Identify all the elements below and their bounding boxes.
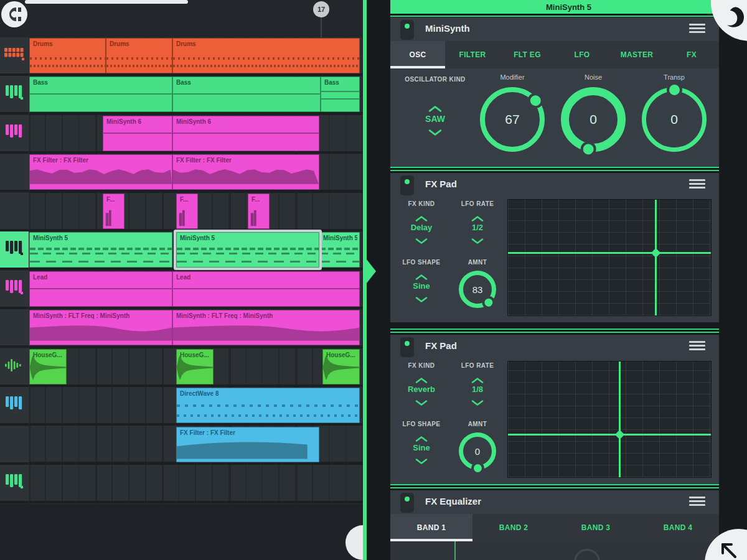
chevron-down-icon[interactable]: [471, 398, 484, 405]
lfo-rate-selector[interactable]: LFO RATE 1/8: [448, 362, 507, 405]
timeline-ruler[interactable]: [0, 0, 363, 39]
oscillator-kind-selector[interactable]: OSCILLATOR KIND SAW: [393, 68, 477, 135]
amnt-knob[interactable]: AMNT 0: [448, 421, 507, 470]
chevron-up-icon[interactable]: [415, 213, 428, 221]
clip-minisynth-6-1[interactable]: MiniSynth 6: [172, 116, 319, 151]
snap-magnet-button[interactable]: [1, 1, 27, 27]
clip-label: MiniSynth 5: [33, 235, 68, 241]
clip-directwave-8-0[interactable]: DirectWave 8: [176, 388, 360, 423]
track-button-fx-filter-2[interactable]: [0, 426, 29, 465]
tab-osc[interactable]: OSC: [390, 41, 445, 68]
equalizer-enable-toggle[interactable]: [400, 493, 414, 513]
chevron-down-icon[interactable]: [471, 236, 484, 243]
chevron-up-icon[interactable]: [471, 213, 484, 221]
pane-drag-handle[interactable]: [345, 525, 363, 560]
fx-pad-2-title: FX Pad: [425, 340, 457, 351]
clip-minisynth-5-2[interactable]: MiniSynth 5: [319, 232, 360, 268]
fx-pad-1-enable-toggle[interactable]: [400, 175, 414, 195]
lfo-shape-selector[interactable]: LFO SHAPE Sine: [392, 259, 451, 302]
chevron-up-icon[interactable]: [428, 104, 442, 111]
amnt-knob[interactable]: AMNT 83: [448, 259, 507, 308]
chevron-down-icon[interactable]: [415, 398, 428, 405]
track-button-houseg[interactable]: [0, 348, 29, 387]
clip-houseg-1[interactable]: HouseG...: [176, 349, 214, 385]
hamburger-menu-icon[interactable]: [689, 179, 705, 190]
clip-drums-0[interactable]: Drums: [29, 38, 106, 73]
tab-lfo[interactable]: LFO: [555, 41, 609, 68]
clip-f-1[interactable]: F...: [176, 194, 198, 229]
clip-minisynth-flt-freq-minisynth-1[interactable]: MiniSynth : FLT Freq : MiniSynth: [172, 310, 360, 345]
chevron-up-icon[interactable]: [415, 375, 428, 383]
track-button-fx-filter[interactable]: [0, 154, 29, 192]
clip-lead-1[interactable]: Lead: [172, 271, 360, 307]
clip-label: Lead: [33, 274, 47, 281]
clip-label: Lead: [176, 274, 190, 281]
track-button-directwave[interactable]: [0, 387, 29, 426]
piano-icon: [5, 124, 24, 142]
tab-master[interactable]: MASTER: [609, 41, 664, 68]
track-button-bass[interactable]: [0, 76, 29, 114]
tab-band-3[interactable]: BAND 3: [555, 514, 637, 541]
chevron-down-icon[interactable]: [415, 236, 428, 243]
clip-minisynth-5-1[interactable]: MiniSynth 5: [176, 232, 319, 268]
fx-kind-selector[interactable]: FX KIND Delay: [392, 200, 451, 243]
track-button-minisynth-flt-freq[interactable]: [0, 309, 29, 348]
instrument-enable-toggle[interactable]: [400, 20, 414, 40]
clip-drums-2[interactable]: Drums: [172, 38, 360, 73]
timeline-marker[interactable]: 17: [313, 1, 329, 17]
lfo-rate-selector[interactable]: LFO RATE 1/2: [448, 200, 507, 243]
playlist-pane[interactable]: DrumsDrumsDrumsBassBassBassMiniSynth 6Mi…: [0, 0, 363, 560]
clip-houseg-0[interactable]: HouseG...: [29, 349, 67, 385]
pad-crosshair-dot[interactable]: [651, 248, 661, 258]
modifier-knob[interactable]: Modifier 67: [472, 68, 553, 152]
tab-band-4[interactable]: BAND 4: [637, 514, 719, 541]
chevron-down-icon[interactable]: [415, 456, 428, 464]
tab-fx[interactable]: FX: [664, 41, 719, 68]
clip-bass-2[interactable]: Bass: [321, 77, 360, 112]
hamburger-menu-icon[interactable]: [689, 24, 705, 35]
track-button-drums[interactable]: [0, 37, 29, 76]
chevron-up-icon[interactable]: [471, 375, 484, 383]
channel-title-bar[interactable]: MiniSynth 5: [390, 0, 747, 14]
track-button-lead[interactable]: [0, 271, 29, 309]
expand-pane-arrow-icon[interactable]: [367, 259, 376, 283]
clip-lead-0[interactable]: Lead: [29, 271, 172, 307]
clip-label: F...: [180, 196, 188, 203]
clip-minisynth-flt-freq-minisynth-0[interactable]: MiniSynth : FLT Freq : MiniSynth: [29, 310, 172, 345]
fx-pad-2-enable-toggle[interactable]: [400, 337, 414, 357]
track-button-minisynth-6[interactable]: [0, 115, 29, 154]
clip-minisynth-5-0[interactable]: MiniSynth 5: [29, 232, 172, 268]
clip-fx-filter-fx-filter-0[interactable]: FX Filter : FX Filter: [176, 427, 319, 462]
fx-xy-pad[interactable]: [507, 361, 712, 478]
clip-fx-filter-fx-filter-1[interactable]: FX Filter : FX Filter: [172, 154, 319, 190]
clip-minisynth-6-0[interactable]: MiniSynth 6: [103, 116, 172, 151]
equalizer-graph[interactable]: [390, 541, 719, 560]
tab-band-1[interactable]: BAND 1: [390, 514, 472, 541]
clip-bass-0[interactable]: Bass: [29, 77, 172, 112]
pad-crosshair-dot[interactable]: [615, 429, 625, 439]
tab-band-2[interactable]: BAND 2: [472, 514, 555, 541]
noise-knob[interactable]: Noise 0: [553, 68, 634, 152]
track-button-track-12[interactable]: [0, 465, 29, 503]
clip-bass-1[interactable]: Bass: [172, 77, 321, 112]
chevron-down-icon[interactable]: [428, 128, 442, 135]
track-button-fx-mini[interactable]: [0, 193, 29, 231]
clip-houseg-2[interactable]: HouseG...: [322, 349, 360, 385]
hamburger-menu-icon[interactable]: [689, 497, 705, 508]
track-button-minisynth-5[interactable]: [0, 231, 29, 270]
clip-drums-1[interactable]: Drums: [106, 38, 172, 73]
fx-xy-pad[interactable]: [507, 199, 712, 316]
clip-f-2[interactable]: F...: [248, 194, 270, 229]
clip-f-0[interactable]: F...: [103, 194, 125, 229]
horizontal-scrollbar[interactable]: [25, 0, 188, 4]
chevron-up-icon[interactable]: [415, 434, 428, 441]
tab-filter[interactable]: FILTER: [445, 41, 500, 68]
chevron-up-icon[interactable]: [415, 272, 428, 279]
chevron-down-icon[interactable]: [415, 294, 428, 302]
lfo-shape-selector[interactable]: LFO SHAPE Sine: [392, 421, 451, 464]
clip-fx-filter-fx-filter-0[interactable]: FX Filter : FX Filter: [29, 154, 172, 190]
hamburger-menu-icon[interactable]: [689, 341, 705, 352]
fx-kind-selector[interactable]: FX KIND Reverb: [392, 362, 451, 405]
transp-knob[interactable]: Transp 0: [634, 68, 715, 152]
tab-flt-eg[interactable]: FLT EG: [500, 41, 555, 68]
